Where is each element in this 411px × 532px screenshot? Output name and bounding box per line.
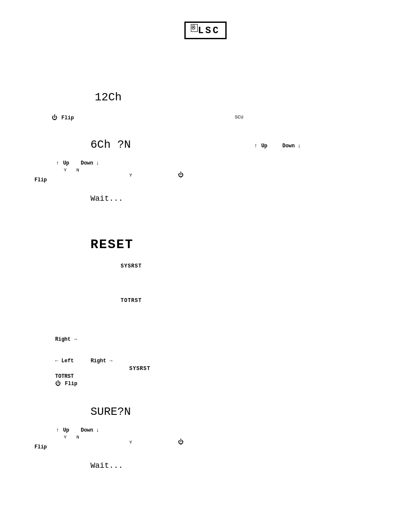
logo-box: ®LSC xyxy=(184,22,227,39)
arrow-down-icon: ↓ xyxy=(96,160,100,166)
arrow-up-icon: ↑ xyxy=(56,160,59,166)
sure-arrow-up: ↑ xyxy=(56,427,59,433)
down-label-right: Down xyxy=(282,143,295,149)
sure-flip-label: Flip xyxy=(34,444,47,450)
up-label-right: Up xyxy=(261,143,267,149)
sure-up-label: Up xyxy=(63,427,69,433)
flip-label-2: Flip xyxy=(34,177,47,183)
left-nav: ← Left xyxy=(55,358,74,364)
sure-y-label: Y xyxy=(64,435,67,440)
left-right-row: ← Left Right → xyxy=(55,358,112,364)
subchannel-count: 6Ch ?N xyxy=(90,138,131,151)
sure-y2-label: Y xyxy=(129,440,132,445)
power4-icon: ⏻ xyxy=(178,439,184,445)
right-nav-1: Right → xyxy=(55,336,77,342)
up-label: Up xyxy=(63,160,69,166)
power2-icon: ⏻ xyxy=(178,172,184,178)
scu-label: SCU xyxy=(235,115,243,120)
nav-up-down: ↑ Up Down ↓ xyxy=(56,160,100,166)
n-label: N xyxy=(76,168,79,173)
right-nav-2: Right → xyxy=(90,358,112,364)
sure-yn-row: Y N xyxy=(64,435,79,440)
sure-nav-up-down: ↑ Up Down ↓ xyxy=(56,427,100,433)
wait-label-1: Wait... xyxy=(90,194,123,203)
reset-title: RESET xyxy=(90,237,134,252)
channel-count: 12Ch xyxy=(95,91,121,104)
logo-r: ® xyxy=(191,24,198,32)
power-icon-1: ⏻ xyxy=(52,115,57,121)
sure-title: SURE?N xyxy=(90,405,131,418)
flip-label-1: Flip xyxy=(62,115,74,121)
totrst-flip-row: TOTRST xyxy=(55,373,74,380)
sure-down-label: Down xyxy=(81,427,93,433)
arrow-down-icon-right: ↓ xyxy=(298,143,301,149)
flip3-label: Flip xyxy=(65,381,78,387)
wait-label-2: Wait... xyxy=(90,461,123,470)
y-label: Y xyxy=(64,168,67,173)
sure-y-power-row: Y ⏻ xyxy=(129,439,184,445)
totrst2-label: TOTRST xyxy=(55,373,74,380)
sure-arrow-down: ↓ xyxy=(96,427,100,433)
down-label: Down xyxy=(81,160,93,166)
power-flip-row: ⏻ Flip xyxy=(55,380,77,387)
sure-n-label: N xyxy=(76,435,79,440)
nav-up-down-right: ↑ Up Down ↓ xyxy=(254,143,301,149)
totrst-label: TOTRST xyxy=(121,298,142,304)
logo-area: ®LSC xyxy=(0,0,411,39)
main-content: 12Ch ⏻ Flip SCU 6Ch ?N ↑ Up Down ↓ ↑ Up … xyxy=(0,52,411,526)
arrow-up-icon-right: ↑ xyxy=(254,143,258,149)
logo-letters: LSC xyxy=(198,25,220,36)
yn-row: Y N xyxy=(64,168,79,173)
sysrst2-label: SYSRST xyxy=(129,366,150,372)
power3-icon: ⏻ xyxy=(55,380,61,387)
y-power-row: Y ⏻ xyxy=(129,172,184,178)
sysrst-label: SYSRST xyxy=(121,263,142,269)
y2-label: Y xyxy=(129,173,132,178)
flip-row: ⏻ Flip xyxy=(52,115,74,121)
